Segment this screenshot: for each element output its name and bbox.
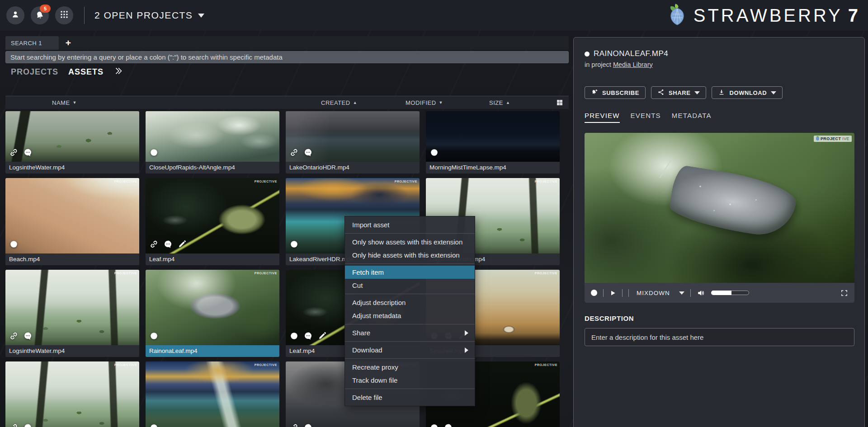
edit-icon[interactable] <box>317 331 327 343</box>
asset-card[interactable]: PROJECTIVERainonaLeaf.mp4 <box>146 270 279 357</box>
asset-card[interactable]: PROJECTIVEBeach.mp4 <box>5 178 139 265</box>
comment-icon[interactable] <box>303 148 313 159</box>
asset-card[interactable]: CloseUpofRapids-AltAngle.mp4 <box>146 111 279 174</box>
share-button[interactable]: SHARE <box>651 86 707 99</box>
search-input[interactable] <box>5 51 569 63</box>
link-icon[interactable] <box>289 148 299 159</box>
status-icon[interactable] <box>289 239 299 251</box>
notification-badge: 5 <box>40 5 51 13</box>
asset-card[interactable]: PROJECTIVE <box>146 361 279 427</box>
record-icon[interactable] <box>591 290 597 296</box>
sort-size[interactable]: SIZE▲ <box>489 96 510 109</box>
asset-name-label: MorningMistTimeLapse.mp4 <box>426 162 560 174</box>
search-tab[interactable]: SEARCH 1 <box>5 36 59 50</box>
download-button[interactable]: DOWNLOAD <box>712 86 783 99</box>
thumbnail-status-icons <box>9 239 19 251</box>
comment-icon[interactable] <box>443 423 453 427</box>
context-menu-item[interactable]: Recreate proxy <box>345 361 475 374</box>
thumbnail-status-icons <box>9 331 33 343</box>
tab-metadata[interactable]: METADATA <box>672 112 712 123</box>
status-icon[interactable] <box>429 423 439 427</box>
comment-icon[interactable] <box>23 423 33 427</box>
sort-arrow-icon: ▼ <box>439 100 443 105</box>
link-icon[interactable] <box>9 148 19 159</box>
asset-thumbnail[interactable]: PROJECTIVE <box>146 178 279 253</box>
context-menu-item[interactable]: Only hide assets with this extension <box>345 249 475 262</box>
video-preview-frame[interactable]: PROJECTIVE <box>585 133 854 283</box>
subscribe-button[interactable]: SUBSCRIBE <box>585 86 646 99</box>
asset-thumbnail[interactable] <box>426 111 560 162</box>
link-icon[interactable] <box>9 423 19 427</box>
tab-preview[interactable]: PREVIEW <box>585 112 620 123</box>
expand-double-chevron-icon[interactable] <box>113 66 123 78</box>
open-projects-dropdown[interactable]: 2 OPEN PROJECTS <box>94 10 204 21</box>
asset-thumbnail[interactable]: PROJECTIVE <box>146 270 279 345</box>
tab-projects[interactable]: PROJECTS <box>11 67 58 77</box>
asset-card[interactable]: PROJECTIVELeaf.mp4 <box>146 178 279 265</box>
status-icon[interactable] <box>289 331 299 343</box>
sort-name[interactable]: NAME▼ <box>52 96 77 109</box>
comment-icon[interactable] <box>23 331 33 343</box>
status-icon[interactable] <box>429 148 439 159</box>
project-link[interactable]: Media Library <box>613 61 653 68</box>
asset-thumbnail[interactable]: PROJECTIVE <box>146 361 279 427</box>
context-menu-item[interactable]: Track down file <box>345 374 475 387</box>
volume-slider[interactable] <box>711 291 749 295</box>
asset-card[interactable]: MorningMistTimeLapse.mp4 <box>426 111 560 174</box>
status-icon[interactable] <box>9 239 19 251</box>
thumbnail-watermark: PROJECTIVE <box>114 363 137 366</box>
comment-icon[interactable] <box>23 148 33 159</box>
asset-card[interactable]: PROJECTIVELogsintheWater.mp4 <box>5 270 139 357</box>
asset-card[interactable]: LakeOntarioHDR.mp4 <box>286 111 420 174</box>
thumbnail-watermark: PROJECTIVE <box>255 363 277 366</box>
link-icon[interactable] <box>149 239 159 251</box>
volume-icon[interactable] <box>697 289 705 297</box>
status-icon[interactable] <box>149 148 159 159</box>
description-input[interactable] <box>585 328 854 346</box>
context-menu-item[interactable]: Import asset <box>345 218 475 231</box>
context-menu-item[interactable]: Adjust metadata <box>345 309 475 322</box>
link-icon[interactable] <box>289 423 299 427</box>
comment-icon[interactable] <box>303 331 313 343</box>
tab-events[interactable]: EVENTS <box>631 112 661 123</box>
context-menu-item[interactable]: Share <box>345 326 475 339</box>
menu-item-label: Only hide assets with this extension <box>352 251 460 259</box>
player-divider <box>622 289 623 297</box>
mixdown-dropdown[interactable]: MIXDOWN <box>637 290 684 296</box>
asset-card[interactable]: PROJECTIVE <box>5 361 139 427</box>
sort-created[interactable]: CREATED▲ <box>321 96 357 109</box>
fullscreen-icon[interactable] <box>840 289 848 297</box>
add-search-tab-button[interactable]: + <box>59 36 78 50</box>
sort-modified[interactable]: MODIFIED▼ <box>406 96 443 109</box>
context-menu-item[interactable]: Delete file <box>345 391 475 404</box>
context-menu-item[interactable]: Fetch item <box>345 266 475 279</box>
asset-card[interactable]: LogsintheWater.mp4 <box>5 111 139 174</box>
context-menu-item[interactable]: Only show assets with this extension <box>345 235 475 249</box>
context-menu-item[interactable]: Download <box>345 343 475 357</box>
comment-icon[interactable] <box>163 239 173 251</box>
project-prefix: in project <box>585 61 611 68</box>
status-icon[interactable] <box>149 331 159 343</box>
asset-thumbnail[interactable] <box>286 111 420 162</box>
status-icon[interactable] <box>149 423 159 427</box>
search-bar <box>5 51 569 63</box>
asset-thumbnail[interactable]: PROJECTIVE <box>5 178 139 253</box>
thumbnail-status-icons <box>289 423 313 427</box>
sort-arrow-icon: ▼ <box>73 100 77 105</box>
comment-icon[interactable] <box>303 423 313 427</box>
edit-icon[interactable] <box>177 239 187 251</box>
link-icon[interactable] <box>9 331 19 343</box>
user-avatar-button[interactable] <box>6 6 24 24</box>
notifications-button[interactable]: 5 <box>31 6 49 24</box>
asset-thumbnail[interactable] <box>146 111 279 162</box>
asset-thumbnail[interactable]: PROJECTIVE <box>5 361 139 427</box>
asset-thumbnail[interactable] <box>5 111 139 162</box>
context-menu-item[interactable]: Cut <box>345 279 475 292</box>
grid-view-toggle-icon[interactable] <box>556 99 563 108</box>
asset-thumbnail[interactable]: PROJECTIVE <box>5 270 139 345</box>
context-menu-item[interactable]: Adjust description <box>345 296 475 309</box>
brand-logo: STRAWBERRY 7 <box>665 0 858 31</box>
apps-menu-button[interactable] <box>55 6 73 24</box>
play-icon[interactable] <box>609 290 616 296</box>
tab-assets[interactable]: ASSETS <box>68 67 104 77</box>
